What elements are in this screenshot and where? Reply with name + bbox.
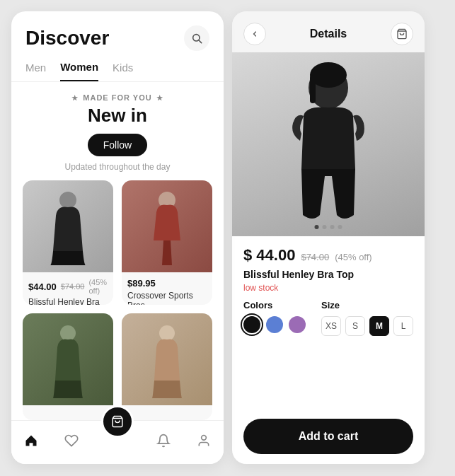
product-image-2	[122, 180, 212, 272]
add-to-cart-button[interactable]: Add to cart	[243, 419, 413, 454]
detail-header: Details	[232, 11, 425, 52]
product-info-1: $44.00 $74.00 (45% off) Blissful Henley …	[23, 272, 113, 305]
cart-float-icon	[111, 415, 124, 428]
right-panel: Details	[232, 11, 425, 464]
product-name-1: Blissful Henley Bra Top	[28, 297, 108, 305]
colors-label: Colors	[243, 300, 306, 310]
size-s[interactable]: S	[345, 316, 365, 336]
detail-original-price: $74.00	[301, 252, 329, 262]
product-card-1[interactable]: $44.00 $74.00 (45% off) Blissful Henley …	[23, 180, 113, 305]
bottom-nav	[11, 420, 224, 464]
detail-figure-svg	[272, 59, 385, 229]
back-button[interactable]	[243, 23, 266, 45]
star-right-icon: ★	[156, 94, 163, 102]
size-label: Size	[321, 300, 413, 310]
size-m[interactable]: M	[369, 316, 389, 336]
color-swatch-blue[interactable]	[266, 316, 283, 333]
tab-women[interactable]: Women	[60, 61, 98, 81]
app-container: Discover Men Women Kids ★ MADE FOR YOU ★…	[0, 0, 455, 476]
person-icon	[197, 434, 211, 448]
detail-price: $ 44.00	[243, 246, 295, 265]
product-detail-image	[232, 52, 425, 236]
product-name-2: Crossover Sports Bras	[127, 291, 207, 305]
profile-nav-button[interactable]	[192, 429, 215, 455]
updated-text: Updated throughout the day	[11, 162, 224, 172]
original-price-1: $74.00	[61, 282, 85, 291]
product-image-4	[122, 313, 212, 405]
product-card-2[interactable]: $89.95 Crossover Sports Bras new arrival	[122, 180, 212, 305]
product-detail-info: $ 44.00 $74.00 (45% off) Blissful Henley…	[232, 236, 425, 464]
image-dots	[315, 225, 342, 229]
back-icon	[250, 30, 259, 38]
star-left-icon: ★	[71, 94, 79, 102]
product-image-3	[23, 313, 113, 405]
made-for-you-label: ★ MADE FOR YOU ★	[11, 82, 224, 105]
detail-page-title: Details	[310, 28, 347, 40]
tab-kids[interactable]: Kids	[113, 61, 133, 81]
dot-3	[330, 225, 335, 229]
bell-icon	[156, 434, 171, 448]
product-info-4	[122, 405, 212, 420]
favorites-nav-button[interactable]	[60, 429, 83, 455]
product-card-4[interactable]	[122, 313, 212, 420]
svg-point-5	[159, 325, 175, 341]
search-icon	[191, 33, 202, 44]
products-grid: $44.00 $74.00 (45% off) Blissful Henley …	[11, 180, 224, 420]
size-xs[interactable]: XS	[321, 316, 341, 336]
tab-men[interactable]: Men	[25, 61, 46, 81]
svg-point-2	[59, 192, 76, 209]
discount-1: (45% off)	[88, 278, 108, 295]
left-panel: Discover Men Women Kids ★ MADE FOR YOU ★…	[11, 11, 224, 464]
color-swatch-purple[interactable]	[289, 316, 306, 333]
dot-2	[323, 225, 327, 229]
dot-4	[338, 225, 342, 229]
search-button[interactable]	[184, 25, 209, 51]
detail-product-name: Blissful Henley Bra Top	[243, 269, 413, 280]
options-row: Colors Size XS S M L	[243, 300, 413, 336]
color-swatch-black[interactable]	[243, 316, 260, 333]
new-in-heading: New in	[11, 105, 224, 127]
dot-1	[315, 225, 319, 229]
product-info-2: $89.95 Crossover Sports Bras new arrival	[122, 272, 212, 305]
heart-icon	[64, 434, 79, 448]
discover-title: Discover	[25, 27, 109, 50]
svg-line-1	[199, 40, 202, 43]
follow-button[interactable]: Follow	[88, 134, 147, 156]
svg-point-4	[60, 325, 76, 341]
product-card-3[interactable]	[23, 313, 113, 420]
svg-point-7	[201, 436, 206, 441]
cart-float-button[interactable]	[101, 405, 134, 438]
detail-stock-status: low stock	[243, 283, 413, 293]
product-figure-4	[142, 320, 192, 398]
svg-rect-11	[310, 75, 316, 103]
home-icon	[24, 434, 38, 448]
detail-discount: (45% off)	[335, 252, 372, 262]
cart-header-icon	[396, 28, 408, 40]
product-figure-2	[142, 187, 192, 265]
home-nav-button[interactable]	[20, 429, 42, 455]
size-l[interactable]: L	[393, 316, 413, 336]
detail-price-row: $ 44.00 $74.00 (45% off)	[243, 246, 413, 265]
color-options	[243, 316, 306, 333]
product-image-1	[23, 180, 113, 272]
nav-tabs: Men Women Kids	[11, 51, 224, 82]
color-option-group: Colors	[243, 300, 306, 333]
product-figure-3	[43, 320, 93, 398]
left-header: Discover	[11, 11, 224, 51]
cart-header-button[interactable]	[391, 23, 413, 45]
price-1: $44.00	[28, 281, 57, 292]
size-option-group: Size XS S M L	[321, 300, 413, 336]
product-figure-1	[43, 187, 93, 265]
price-2: $89.95	[127, 278, 156, 289]
product-info-3	[23, 405, 113, 420]
notifications-nav-button[interactable]	[152, 429, 175, 455]
size-options: XS S M L	[321, 316, 413, 336]
